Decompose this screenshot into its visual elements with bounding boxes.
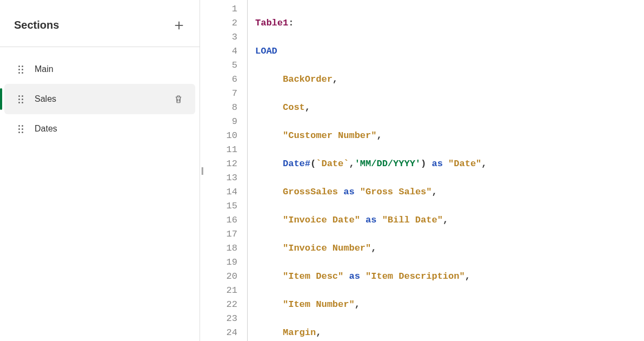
sidebar-item-dates[interactable]: Dates <box>0 114 200 143</box>
token-keyword: LOAD <box>255 46 277 56</box>
line-number: 20 <box>200 270 237 284</box>
pane-splitter[interactable]: || <box>201 166 203 175</box>
token-field: GrossSales <box>283 187 338 197</box>
line-number: 1 <box>200 2 237 16</box>
sidebar-item-sales[interactable]: Sales <box>4 84 195 114</box>
token-field: "Date" <box>448 159 481 169</box>
trash-icon <box>174 94 183 104</box>
token-string: 'MM/DD/YYYY' <box>355 159 421 169</box>
line-number: 16 <box>200 213 237 227</box>
drag-handle-icon[interactable] <box>18 125 25 133</box>
token-field: "Customer Number" <box>283 130 376 141</box>
token-keyword: as <box>343 187 354 197</box>
sidebar-item-main[interactable]: Main <box>0 55 200 84</box>
sidebar-title: Sections <box>14 19 59 31</box>
line-number: 15 <box>200 199 237 213</box>
delete-section-button[interactable] <box>174 94 183 104</box>
line-number: 10 <box>200 129 237 143</box>
token-field: "Bill Date" <box>382 215 443 225</box>
line-number: 9 <box>200 115 237 129</box>
code-content[interactable]: Table1: LOAD BackOrder, Cost, "Customer … <box>248 0 644 341</box>
code-editor[interactable]: 123456789101112131415161718192021222324 … <box>200 0 644 341</box>
token-field: "Item Number" <box>283 299 355 310</box>
line-number: 5 <box>200 58 237 73</box>
line-number: 3 <box>200 30 237 44</box>
line-number-gutter: 123456789101112131415161718192021222324 <box>200 0 248 341</box>
line-number: 7 <box>200 87 237 101</box>
token-field: Margin <box>283 327 316 338</box>
token-field: "Invoice Date" <box>283 215 360 225</box>
line-number: 19 <box>200 255 237 270</box>
token-field: "Gross Sales" <box>360 187 432 197</box>
line-number: 8 <box>200 101 237 115</box>
line-number: 24 <box>200 326 237 340</box>
drag-handle-icon[interactable] <box>18 65 25 74</box>
token-field: "Item Desc" <box>283 271 343 281</box>
line-number: 4 <box>200 44 237 58</box>
line-number: 2 <box>200 16 237 30</box>
line-number: 22 <box>200 298 237 312</box>
line-number: 12 <box>200 157 237 171</box>
token-keyword: as <box>366 215 376 225</box>
line-number: 21 <box>200 284 237 298</box>
line-number: 14 <box>200 185 237 199</box>
token-field: BackOrder <box>283 74 333 84</box>
sidebar-header: Sections ＋ <box>0 0 200 47</box>
sidebar-item-label: Sales <box>35 94 164 104</box>
sections-sidebar: Sections ＋ Main Sales <box>0 0 200 341</box>
token-field: "Item Description" <box>366 271 465 281</box>
token-field: `Date` <box>316 159 349 169</box>
line-number: 18 <box>200 241 237 255</box>
line-number: 23 <box>200 312 237 326</box>
sidebar-item-label: Dates <box>35 124 188 134</box>
line-number: 6 <box>200 73 237 87</box>
token-keyword: as <box>431 159 442 169</box>
line-number: 11 <box>200 143 237 157</box>
app-root: Sections ＋ Main Sales <box>0 0 644 341</box>
add-section-button[interactable]: ＋ <box>171 17 187 32</box>
sidebar-item-label: Main <box>35 64 188 74</box>
drag-handle-icon[interactable] <box>18 95 25 103</box>
section-list: Main Sales <box>0 47 200 143</box>
token-function: Date# <box>283 159 310 169</box>
line-number: 13 <box>200 171 237 185</box>
token-table: Table1 <box>255 18 288 28</box>
token-field: Cost <box>283 102 305 113</box>
token-keyword: as <box>349 271 360 281</box>
line-number: 17 <box>200 227 237 241</box>
token-field: "Invoice Number" <box>283 243 371 253</box>
